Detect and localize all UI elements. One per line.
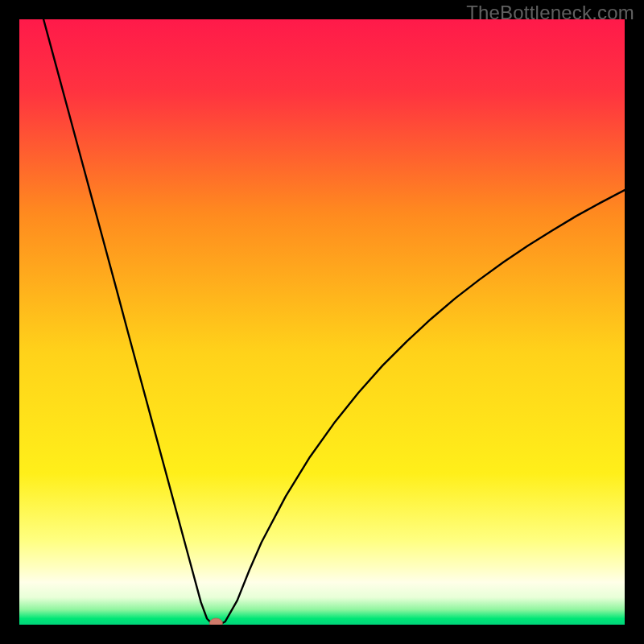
watermark-text: TheBottleneck.com [466, 2, 634, 24]
chart-plot [19, 19, 625, 625]
gradient-background [19, 19, 625, 625]
chart-svg [19, 19, 625, 625]
chart-frame: TheBottleneck.com [0, 0, 644, 644]
